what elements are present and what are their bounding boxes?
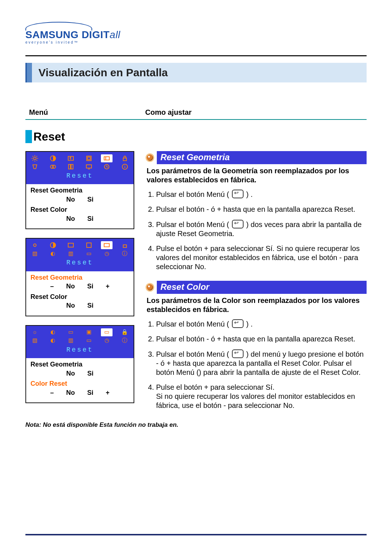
svg-rect-29 <box>86 243 91 248</box>
opt-si: Si <box>87 195 93 204</box>
color-icon: ◐ <box>47 337 59 345</box>
osd-line: Reset Color <box>30 293 129 301</box>
geometry-icon: ▧ <box>29 250 41 258</box>
svg-rect-12 <box>87 157 90 159</box>
step: Pulsar el botón Menú ( ) . <box>156 319 367 329</box>
lock-icon: 🔒 <box>119 328 131 336</box>
osd-iconbar: ☼ ◐ ▭ ▣ ▭ 🔒 ▧ ◐ ▥ ▭ ◷ ⓘ Reset <box>26 326 134 358</box>
osd-line: Reset Geometria <box>30 186 129 195</box>
zoom-icon: ▥ <box>65 250 77 258</box>
osd-iconbar: ▧ ◐ ▥ ▭ ◷ ⓘ Reset <box>26 239 134 271</box>
osd-iconbar: Reset <box>26 152 134 185</box>
reset-icon: ▭ <box>101 328 113 336</box>
svg-line-8 <box>33 160 33 161</box>
brand-logo: SAMSUNG DIGITall everyone's invited™ <box>25 22 367 45</box>
osd-options: No Si <box>30 369 129 378</box>
svg-rect-15 <box>123 158 126 161</box>
lock-icon <box>119 154 131 162</box>
size-icon <box>83 154 95 162</box>
opt-no: No <box>66 389 75 397</box>
opt-si: Si <box>87 282 93 291</box>
size-icon <box>83 241 95 249</box>
svg-line-5 <box>33 156 33 157</box>
svg-point-26 <box>33 244 36 246</box>
title-accent <box>25 63 32 82</box>
bullet-icon <box>147 154 153 161</box>
instructions-column: Reset Geometria Los parámetros de la Geo… <box>147 151 367 420</box>
menu-button-icon <box>232 190 244 198</box>
opt-no: No <box>66 369 75 378</box>
item-lead: Los parámetros de la Geometría son reemp… <box>147 166 367 185</box>
step-tail: ) . <box>244 320 253 328</box>
step: Pulsar el botón - ó + hasta que en la pa… <box>156 205 367 214</box>
osd-column: Reset Reset Geometria No Si Reset Color … <box>25 151 134 412</box>
osd-options: No Si <box>30 195 129 204</box>
brand-tagline: everyone's invited™ <box>25 40 367 45</box>
section-title: Reset <box>25 129 367 144</box>
brand-text: SAMSUNG DIGITall <box>25 28 367 41</box>
footnote: Nota: No está disponible Esta función no… <box>25 421 367 429</box>
osd-panel-2: ▧ ◐ ▥ ▭ ◷ ⓘ Reset Reset Geometria – No S… <box>25 238 134 316</box>
opt-si: Si <box>87 389 93 397</box>
position-icon <box>65 154 77 162</box>
osd-title: Reset <box>29 171 131 182</box>
opt-no: No <box>66 215 75 223</box>
opt-no: No <box>66 301 75 310</box>
svg-point-0 <box>33 157 36 159</box>
step: Pulsar el botón Menú ( ) dos veces para … <box>156 220 367 238</box>
clock-icon <box>101 163 113 171</box>
color-icon <box>47 163 59 171</box>
col-header-menu: Menú <box>29 108 145 117</box>
minus-icon: – <box>50 282 54 291</box>
info-icon: ⓘ <box>119 250 131 258</box>
svg-point-25 <box>124 165 125 166</box>
osd-title: Reset <box>29 345 131 356</box>
zoom-icon: ▥ <box>65 337 77 345</box>
color-icon: ◐ <box>47 250 59 258</box>
info-icon: ⓘ <box>119 337 131 345</box>
osd-options: No Si <box>30 215 129 223</box>
osd-panel-3: ☼ ◐ ▭ ▣ ▭ 🔒 ▧ ◐ ▥ ▭ ◷ ⓘ Reset Re <box>25 325 134 404</box>
osd-options: – No Si + <box>30 282 129 291</box>
step: Pulse el botón + para seleccionar Sí. Si… <box>156 383 367 410</box>
section-accent <box>25 130 32 143</box>
lock-icon <box>119 241 131 249</box>
contrast-icon <box>47 154 59 162</box>
menu-button-icon <box>232 349 244 358</box>
brightness-icon <box>29 241 41 249</box>
geometry-icon <box>29 163 41 171</box>
plus-icon: + <box>106 282 110 291</box>
section-title-text: Reset <box>33 129 65 144</box>
brand-suffix: all <box>110 29 121 40</box>
svg-rect-20 <box>86 165 91 168</box>
step: Pulsar el botón Menú ( ) del menú y lueg… <box>156 349 367 377</box>
screen-icon: ▭ <box>83 250 95 258</box>
step-tail: ) . <box>244 190 253 198</box>
plus-icon: + <box>106 389 110 397</box>
clock-icon: ◷ <box>101 337 113 345</box>
reset-icon <box>101 241 113 249</box>
step-text: Pulsar el botón Menú ( <box>156 320 229 328</box>
bullet-icon <box>147 284 153 291</box>
opt-si: Si <box>87 215 93 223</box>
osd-line-selected: Reset Geometria <box>30 274 129 282</box>
position-icon <box>65 241 77 249</box>
osd-line: Reset Geometria <box>30 360 129 369</box>
col-header-howto: Como ajustar <box>145 108 363 117</box>
position-icon: ▭ <box>65 328 77 336</box>
minus-icon: – <box>50 389 54 397</box>
osd-panel-1: Reset Reset Geometria No Si Reset Color … <box>25 151 134 230</box>
svg-rect-30 <box>104 244 109 247</box>
step-text: Pulsar el botón Menú ( <box>156 220 229 228</box>
menu-button-icon <box>232 220 244 228</box>
steps-geom: Pulsar el botón Menú ( ) . Pulsar el bot… <box>147 190 367 271</box>
step: Pulsar el botón Menú ( ) . <box>156 190 367 199</box>
svg-rect-28 <box>68 243 73 247</box>
osd-options: No Si <box>30 301 129 310</box>
svg-line-6 <box>37 160 37 161</box>
menu-button-icon <box>232 319 244 328</box>
item-title: Reset Color <box>157 281 367 294</box>
item-lead: Los parámetros de la Color son reemplaza… <box>147 296 367 314</box>
item-header-color: Reset Color <box>147 281 367 294</box>
opt-no: No <box>66 195 75 204</box>
